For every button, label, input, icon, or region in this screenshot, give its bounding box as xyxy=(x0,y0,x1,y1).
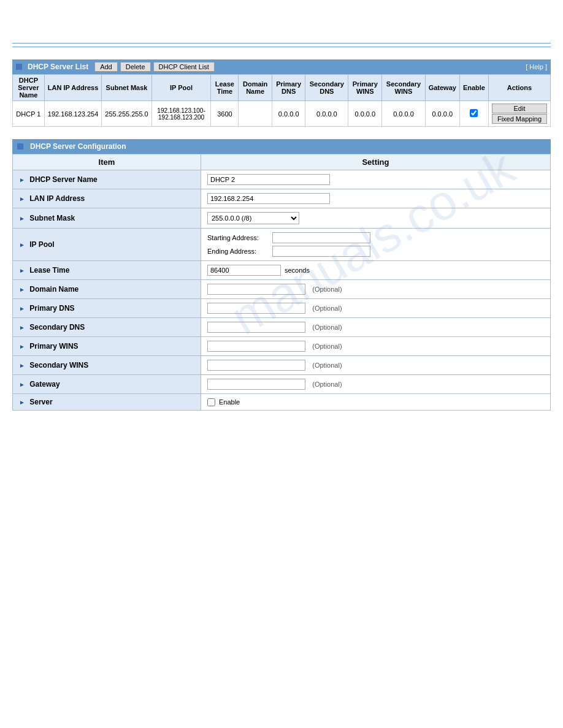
col-enable: Enable xyxy=(459,75,488,101)
arrow-icon-ip-pool: ► xyxy=(19,241,25,248)
secondary-wins-input[interactable] xyxy=(207,360,305,371)
enable-checkbox[interactable] xyxy=(207,398,215,406)
label-server: ► Server xyxy=(13,394,201,411)
domain-name-optional: (Optional) xyxy=(312,286,342,293)
row-secondary-dns: ► Secondary DNS (Optional) xyxy=(13,318,551,337)
col-secondary-wins: Secondary WINS xyxy=(382,75,425,101)
setting-primary-wins: (Optional) xyxy=(201,337,550,356)
help-link[interactable]: [ Help ] xyxy=(526,63,547,70)
enable-container: Enable xyxy=(207,398,544,406)
edit-button[interactable]: Edit xyxy=(492,104,547,113)
enable-label: Enable xyxy=(219,398,240,406)
arrow-icon-lan-ip: ► xyxy=(19,195,25,202)
col-item-header: Item xyxy=(13,154,201,170)
lan-ip-input[interactable] xyxy=(207,193,330,204)
server-name-input[interactable] xyxy=(207,174,330,185)
dhcp-config-section: DHCP Server Configuration Item Setting ►… xyxy=(12,139,551,411)
setting-domain-name: (Optional) xyxy=(201,280,550,299)
page-container: DHCP Server List Add Delete DHCP Client … xyxy=(0,0,563,423)
gateway-optional: (Optional) xyxy=(312,381,342,388)
arrow-icon-server-name: ► xyxy=(19,176,25,183)
seconds-label: seconds xyxy=(285,267,310,274)
primary-dns-optional: (Optional) xyxy=(312,305,342,312)
row-domain-name: ► Domain Name (Optional) xyxy=(13,280,551,299)
arrow-icon-subnet: ► xyxy=(19,215,25,222)
cell-enable xyxy=(459,101,488,127)
row-primary-dns: ► Primary DNS (Optional) xyxy=(13,299,551,318)
cell-server-name: DHCP 1 xyxy=(13,101,45,127)
row-server: ► Server Enable xyxy=(13,394,551,411)
col-lease-time: Lease Time xyxy=(211,75,239,101)
second-divider xyxy=(12,47,551,47)
col-actions: Actions xyxy=(488,75,550,101)
label-domain-name: ► Domain Name xyxy=(13,280,201,299)
lease-time-input[interactable] xyxy=(207,265,281,276)
config-header: DHCP Server Configuration xyxy=(12,139,551,154)
label-subnet-mask: ► Subnet Mask xyxy=(13,208,201,229)
subnet-mask-select[interactable]: 255.0.0.0 (/8) 255.255.0.0 (/16) 255.255… xyxy=(207,212,299,224)
col-ip-pool: IP Pool xyxy=(151,75,211,101)
cell-secondary-dns: 0.0.0.0 xyxy=(305,101,348,127)
cell-ip-pool: 192.168.123.100-192.168.123.200 xyxy=(151,101,211,127)
header-icon xyxy=(16,64,22,70)
arrow-icon-secondary-wins: ► xyxy=(19,362,25,369)
ending-address-input[interactable] xyxy=(272,246,370,257)
arrow-icon-gateway: ► xyxy=(19,381,25,388)
cell-actions: Edit Fixed Mapping xyxy=(488,101,550,127)
primary-wins-input[interactable] xyxy=(207,341,305,352)
dhcp-list-title: DHCP Server List xyxy=(28,63,88,71)
ending-address-row: Ending Address: xyxy=(207,246,544,257)
gateway-input[interactable] xyxy=(207,379,305,390)
cell-gateway: 0.0.0.0 xyxy=(425,101,459,127)
col-primary-wins: Primary WINS xyxy=(348,75,382,101)
top-divider xyxy=(12,43,551,44)
ending-address-label: Ending Address: xyxy=(207,248,269,255)
label-lease-time: ► Lease Time xyxy=(13,261,201,280)
cell-primary-wins: 0.0.0.0 xyxy=(348,101,382,127)
table-row: DHCP 1 192.168.123.254 255.255.255.0 192… xyxy=(13,101,551,127)
setting-lease-time: seconds xyxy=(201,261,550,280)
row-primary-wins: ► Primary WINS (Optional) xyxy=(13,337,551,356)
arrow-icon-secondary-dns: ► xyxy=(19,324,25,331)
dhcp-list-header-left: DHCP Server List Add Delete DHCP Client … xyxy=(16,62,215,72)
starting-address-input[interactable] xyxy=(272,232,370,243)
col-primary-dns: Primary DNS xyxy=(272,75,305,101)
cell-lease-time: 3600 xyxy=(211,101,239,127)
dhcp-list-header: DHCP Server List Add Delete DHCP Client … xyxy=(12,59,551,74)
col-secondary-dns: Secondary DNS xyxy=(305,75,348,101)
config-header-icon xyxy=(17,143,23,150)
delete-button[interactable]: Delete xyxy=(120,62,151,72)
cell-secondary-wins: 0.0.0.0 xyxy=(382,101,425,127)
cell-primary-dns: 0.0.0.0 xyxy=(272,101,305,127)
setting-server-name xyxy=(201,170,550,189)
label-server-name: ► DHCP Server Name xyxy=(13,170,201,189)
secondary-dns-input[interactable] xyxy=(207,322,305,333)
primary-wins-optional: (Optional) xyxy=(312,343,342,350)
setting-ip-pool: Starting Address: Ending Address: xyxy=(201,229,550,261)
setting-secondary-wins: (Optional) xyxy=(201,356,550,375)
domain-name-input[interactable] xyxy=(207,284,305,295)
add-button[interactable]: Add xyxy=(94,62,118,72)
label-lan-ip: ► LAN IP Address xyxy=(13,189,201,208)
lease-time-container: seconds xyxy=(207,265,544,276)
row-subnet-mask: ► Subnet Mask 255.0.0.0 (/8) 255.255.0.0… xyxy=(13,208,551,229)
row-gateway: ► Gateway (Optional) xyxy=(13,375,551,394)
label-primary-dns: ► Primary DNS xyxy=(13,299,201,318)
arrow-icon-primary-wins: ► xyxy=(19,343,25,350)
primary-dns-input[interactable] xyxy=(207,303,305,314)
setting-primary-dns: (Optional) xyxy=(201,299,550,318)
label-secondary-dns: ► Secondary DNS xyxy=(13,318,201,337)
row-ip-pool: ► IP Pool Starting Address: Ending Addre… xyxy=(13,229,551,261)
label-primary-wins: ► Primary WINS xyxy=(13,337,201,356)
label-gateway: ► Gateway xyxy=(13,375,201,394)
config-title: DHCP Server Configuration xyxy=(30,142,126,151)
fixed-mapping-button[interactable]: Fixed Mapping xyxy=(492,114,547,124)
col-gateway: Gateway xyxy=(425,75,459,101)
arrow-icon-server: ► xyxy=(19,399,25,406)
row-secondary-wins: ► Secondary WINS (Optional) xyxy=(13,356,551,375)
dhcp-server-table: DHCP Server Name LAN IP Address Subnet M… xyxy=(12,74,551,127)
dhcp-client-list-button[interactable]: DHCP Client List xyxy=(153,62,215,72)
cell-subnet-mask: 255.255.255.0 xyxy=(102,101,151,127)
row-lan-ip: ► LAN IP Address xyxy=(13,189,551,208)
enable-checkbox-row[interactable] xyxy=(470,109,478,117)
